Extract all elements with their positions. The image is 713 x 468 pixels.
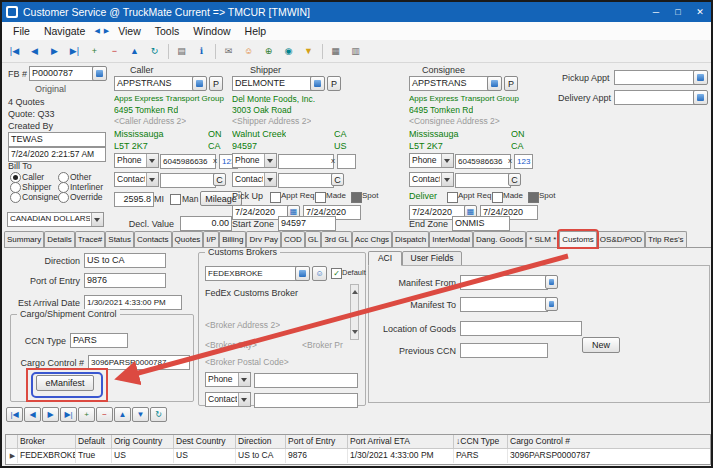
grid-header-broker[interactable]: Broker xyxy=(18,435,76,449)
consignee-ext-field[interactable]: 123 xyxy=(514,154,533,169)
tab-intermodal[interactable]: InterModal xyxy=(429,231,473,247)
toolbar-info-button[interactable]: ℹ xyxy=(192,42,211,60)
caller-phone-field[interactable]: 6045986636 xyxy=(160,154,216,169)
tab-status[interactable]: Status xyxy=(105,231,134,247)
deliver-spot-checkbox[interactable] xyxy=(528,192,539,203)
tab-dispatch[interactable]: Dispatch xyxy=(392,231,429,247)
dropdown-arrow-icon[interactable] xyxy=(146,154,158,167)
cell-dest-country[interactable]: US xyxy=(174,449,236,463)
grid-header-ccn-type[interactable]: ↓CCN Type xyxy=(454,435,508,449)
deliver-made-checkbox[interactable] xyxy=(492,192,503,203)
vcr-delete-button[interactable]: − xyxy=(96,407,113,422)
consignee-code-field[interactable]: APPSTRANS xyxy=(409,76,489,91)
end-zone-field[interactable]: ONMIS xyxy=(452,216,510,231)
consignee-contact-button[interactable]: C xyxy=(508,173,521,186)
grid-header-port-arrival-eta[interactable]: Port Arrival ETA xyxy=(348,435,454,449)
cell-port-arrival-eta[interactable]: 1/30/2021 4:33:00 PM xyxy=(348,449,454,463)
toolbar-globe-button[interactable]: ◉ xyxy=(279,42,298,60)
toolbar-last-button[interactable]: ▶| xyxy=(65,42,84,60)
shipper-contact-button[interactable]: C xyxy=(331,173,344,186)
tab-dang-goods[interactable]: Dang. Goods xyxy=(473,231,526,247)
vcr-insert-button[interactable]: + xyxy=(78,407,95,422)
decl-value-field[interactable]: 0.00 xyxy=(180,216,232,231)
dropdown-arrow-icon[interactable] xyxy=(264,173,276,186)
shipper-profile-button[interactable]: P xyxy=(327,76,341,91)
toolbar-add-user-button[interactable]: ⊕ xyxy=(259,42,278,60)
tab-details[interactable]: Details xyxy=(44,231,74,247)
broker-phone-select[interactable]: Phone xyxy=(205,372,251,387)
tab-3rd-gl[interactable]: 3rd GL xyxy=(321,231,351,247)
currency-select[interactable]: CANADIAN DOLLARS xyxy=(7,212,104,227)
manifest-from-field[interactable] xyxy=(460,275,548,290)
tab-cod[interactable]: COD xyxy=(281,231,305,247)
consignee-lookup-button[interactable] xyxy=(487,76,502,91)
tab-summary[interactable]: Summary xyxy=(4,231,44,247)
close-button[interactable]: ✕ xyxy=(689,2,711,22)
menu-tools[interactable]: Tools xyxy=(148,25,187,37)
quotes-count-label[interactable]: 4 Quotes xyxy=(8,97,45,107)
toolbar-mail-button[interactable]: ✉ xyxy=(219,42,238,60)
deliver-appt-req-checkbox[interactable] xyxy=(447,192,458,203)
manifest-from-lookup-button[interactable] xyxy=(545,275,558,289)
delivery-appt-field[interactable] xyxy=(614,90,696,105)
vcr-up-button[interactable]: ▲ xyxy=(114,407,131,422)
scroll-down-icon[interactable] xyxy=(352,330,358,337)
broker-phone-field[interactable] xyxy=(254,373,358,388)
tab-acc-chgs[interactable]: Acc Chgs xyxy=(352,231,392,247)
caller-contact-button[interactable]: C xyxy=(213,173,226,186)
previous-ccn-field[interactable] xyxy=(460,343,548,358)
dropdown-arrow-icon[interactable] xyxy=(441,173,453,186)
dropdown-arrow-icon[interactable] xyxy=(238,373,250,386)
location-of-goods-field[interactable] xyxy=(460,321,582,336)
vcr-first-button[interactable]: |◀ xyxy=(6,407,23,422)
vcr-down-button[interactable]: ▼ xyxy=(132,407,149,422)
manifest-to-field[interactable] xyxy=(460,297,548,312)
tab-slm[interactable]: * SLM * xyxy=(526,231,559,247)
grid-data-row[interactable]: ▶ FEDEXBROKE True US US US to CA 9876 1/… xyxy=(6,449,710,463)
consignee-phone-field[interactable]: 6045986636 xyxy=(455,154,511,169)
caller-profile-button[interactable]: P xyxy=(209,76,223,91)
toolbar-edit-button[interactable]: ▲ xyxy=(125,42,144,60)
broker-lookup-button[interactable] xyxy=(295,266,310,281)
grid-header-default[interactable]: Default xyxy=(76,435,112,449)
delivery-appt-lookup-button[interactable] xyxy=(693,90,708,105)
tab-gl[interactable]: GL xyxy=(305,231,322,247)
menu-help[interactable]: Help xyxy=(238,25,274,37)
tab-billing[interactable]: Billing xyxy=(219,231,246,247)
shipper-ext-field[interactable] xyxy=(337,154,356,169)
broker-scrollbar[interactable] xyxy=(350,284,359,340)
tab-customs[interactable]: Customs xyxy=(559,231,597,247)
toolbar-delete-button[interactable]: − xyxy=(105,42,124,60)
cell-cargo-control[interactable]: 3096PARSP0000787 xyxy=(508,449,711,463)
consignee-contact-field[interactable] xyxy=(455,173,511,188)
broker-default-checkbox[interactable]: ✓ xyxy=(331,268,342,279)
toolbar-prior-button[interactable]: ◀ xyxy=(25,42,44,60)
fb-options-button[interactable] xyxy=(92,66,107,81)
pickup-appt-lookup-button[interactable] xyxy=(693,70,708,85)
grid-header-cargo-control[interactable]: Cargo Control # xyxy=(508,435,711,449)
toolbar-report-button[interactable]: ▥ xyxy=(346,42,365,60)
shipper-code-field[interactable]: DELMONTE xyxy=(232,76,312,91)
pickup-appt-field[interactable] xyxy=(614,70,696,85)
shipper-contact-select[interactable]: Contact xyxy=(232,172,277,187)
dropdown-arrow-icon[interactable] xyxy=(146,173,158,186)
fb-number-field[interactable]: P0000787 xyxy=(29,66,95,81)
vcr-last-button[interactable]: ▶| xyxy=(60,407,77,422)
cell-direction[interactable]: US to CA xyxy=(236,449,286,463)
grid-header-port-of-entry[interactable]: Port of Entry xyxy=(286,435,348,449)
grid-header-dest-country[interactable]: Dest Country xyxy=(174,435,236,449)
tab-quotes[interactable]: Quotes xyxy=(172,231,204,247)
toolbar-refresh-button[interactable]: ↻ xyxy=(145,42,164,60)
menu-view[interactable]: View xyxy=(111,25,148,37)
port-of-entry-field[interactable]: 9876 xyxy=(84,273,166,288)
tab-user-fields[interactable]: User Fields xyxy=(402,251,462,266)
pickup-spot-checkbox[interactable] xyxy=(351,192,362,203)
broker-contacts-button[interactable]: ☺ xyxy=(312,266,327,281)
pickup-made-checkbox[interactable] xyxy=(315,192,326,203)
direction-field[interactable]: US to CA xyxy=(84,253,166,268)
tab-contacts[interactable]: Contacts xyxy=(134,231,172,247)
caller-phone-select[interactable]: Phone xyxy=(114,153,159,168)
toolbar-first-button[interactable]: |◀ xyxy=(5,42,24,60)
tab-trace[interactable]: Trace# xyxy=(75,231,106,247)
consignee-profile-button[interactable]: P xyxy=(504,76,518,91)
